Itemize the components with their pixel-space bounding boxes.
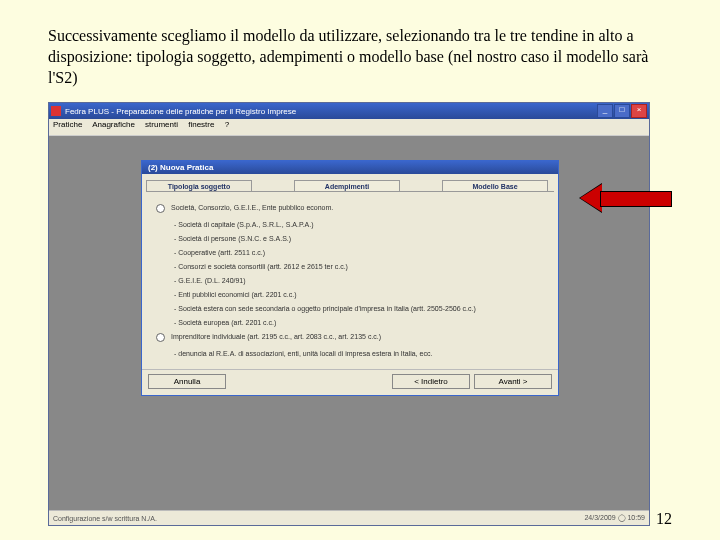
- subitem: - Società di capitale (S.p.A., S.R.L., S…: [174, 221, 544, 228]
- cancel-button[interactable]: Annulla: [148, 374, 226, 389]
- radio-icon: [156, 333, 165, 342]
- back-button[interactable]: < Indietro: [392, 374, 470, 389]
- radio-imprenditore-label: Imprenditore individuale (art. 2195 c.c.…: [171, 333, 381, 340]
- close-button[interactable]: ×: [631, 104, 647, 118]
- arrow-body: [600, 191, 672, 207]
- menubar: Pratiche Anagrafiche strumenti finestre …: [49, 119, 649, 136]
- tab-adempimenti[interactable]: Adempimenti: [294, 180, 400, 191]
- titlebar: Fedra PLUS - Preparazione delle pratiche…: [49, 103, 649, 119]
- subitem: - Cooperative (artt. 2511 c.c.): [174, 249, 544, 256]
- statusbar: Configurazione s/w scrittura N./A. 24/3/…: [49, 510, 649, 525]
- subitem: - Enti pubblici economici (art. 2201 c.c…: [174, 291, 544, 298]
- tab-row: Tipologia soggetto Adempimenti Modello B…: [142, 174, 558, 191]
- menu-pratiche[interactable]: Pratiche: [53, 120, 82, 129]
- maximize-button[interactable]: □: [614, 104, 630, 118]
- status-right: 24/3/2009 ◯ 10:59: [584, 514, 645, 522]
- menu-strumenti[interactable]: strumenti: [145, 120, 178, 129]
- callout-arrow: [580, 184, 670, 212]
- status-left: Configurazione s/w scrittura N./A.: [53, 515, 584, 522]
- menu-finestre[interactable]: finestre: [188, 120, 214, 129]
- app-icon: [51, 106, 61, 116]
- caption-text: Successivamente scegliamo il modello da …: [0, 0, 720, 96]
- radio-icon: [156, 204, 165, 213]
- menu-anagrafiche[interactable]: Anagrafiche: [92, 120, 135, 129]
- next-button[interactable]: Avanti >: [474, 374, 552, 389]
- panel-body: Società, Consorzio, G.E.I.E., Ente pubbl…: [142, 192, 558, 369]
- dialog-title: (2) Nuova Pratica: [142, 161, 558, 174]
- subitem: - Consorzi e società consortili (artt. 2…: [174, 263, 544, 270]
- radio-societa[interactable]: Società, Consorzio, G.E.I.E., Ente pubbl…: [156, 204, 544, 213]
- subitem: - Società di persone (S.N.C. e S.A.S.): [174, 235, 544, 242]
- subitem: - G.E.I.E. (D.L. 240/91): [174, 277, 544, 284]
- radio-imprenditore[interactable]: Imprenditore individuale (art. 2195 c.c.…: [156, 333, 544, 342]
- subitem: - Società europea (art. 2201 c.c.): [174, 319, 544, 326]
- radio-societa-label: Società, Consorzio, G.E.I.E., Ente pubbl…: [171, 204, 333, 211]
- subitem: - Società estera con sede secondaria o o…: [174, 305, 544, 312]
- spacer: [230, 374, 388, 389]
- app-screenshot: Fedra PLUS - Preparazione delle pratiche…: [48, 102, 650, 526]
- hint-text: - denuncia al R.E.A. di associazioni, en…: [174, 350, 544, 357]
- minimize-button[interactable]: _: [597, 104, 613, 118]
- wizard-dialog: (2) Nuova Pratica Tipologia soggetto Ade…: [141, 160, 559, 396]
- arrow-head-icon: [580, 184, 602, 212]
- app-title: Fedra PLUS - Preparazione delle pratiche…: [65, 107, 597, 116]
- tab-modello-base[interactable]: Modello Base: [442, 180, 548, 191]
- page-number: 12: [656, 510, 672, 528]
- menu-help[interactable]: ?: [225, 120, 229, 129]
- button-row: Annulla < Indietro Avanti >: [142, 369, 558, 395]
- window-controls: _ □ ×: [597, 104, 647, 118]
- mdi-area: (2) Nuova Pratica Tipologia soggetto Ade…: [49, 136, 649, 510]
- tab-tipologia[interactable]: Tipologia soggetto: [146, 180, 252, 191]
